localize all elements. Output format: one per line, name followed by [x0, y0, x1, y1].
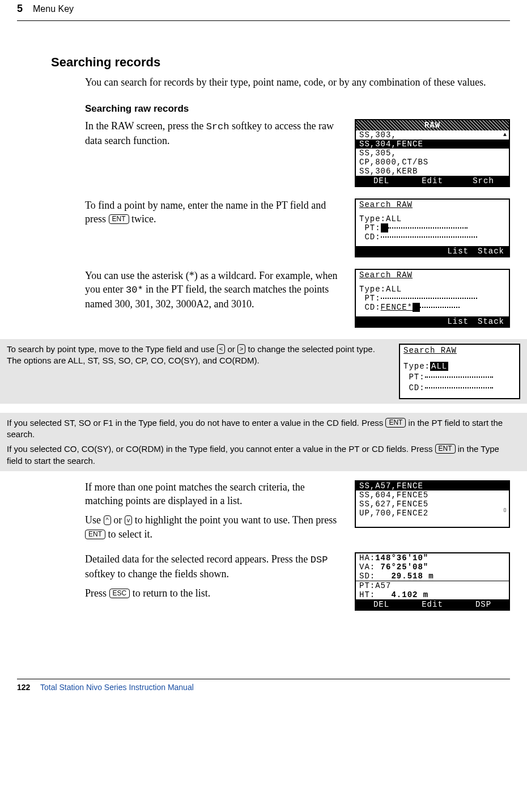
page-number: 122 — [17, 683, 30, 692]
softkey-del[interactable]: DEL — [356, 599, 407, 610]
page-footer: 122 Total Station Nivo Series Instructio… — [17, 679, 510, 692]
section-title: Searching records — [51, 55, 510, 70]
lcd-search-pt: Search RAW Type:ALL PT: CD: List Stack — [355, 198, 510, 257]
chapter-title: Menu Key — [33, 4, 74, 14]
lcd-title: Search RAW — [400, 345, 519, 357]
manual-title: Total Station Nivo Series Instruction Ma… — [40, 683, 194, 692]
list-row: SS,604,FENCE5 — [356, 490, 509, 500]
list-row: SS,305, — [356, 149, 509, 158]
ent-key: ENT — [109, 214, 129, 224]
list-row-selected: SS,304,FENCE — [356, 139, 509, 149]
softkey-edit[interactable]: Edit — [407, 176, 458, 186]
paragraph: In the RAW screen, press the Srch softke… — [85, 119, 343, 147]
softkey-dsp[interactable]: DSP — [458, 599, 509, 610]
type-selected[interactable]: ALL — [430, 362, 448, 371]
ent-key: ENT — [85, 530, 105, 539]
list-row: UP,700,FENCE2 — [356, 509, 509, 518]
lcd-search-type: Search RAW Type:ALL PT: CD: — [399, 344, 520, 399]
softkey-stack[interactable]: Stack — [473, 246, 509, 256]
lcd-search-cd: Search RAW Type:ALL PT: CD:FENCE* List S… — [355, 269, 510, 328]
list-row-selected: SS,A57,FENCE — [356, 481, 509, 490]
paragraph: If more than one point matches the searc… — [85, 480, 343, 541]
lcd-title: RAW — [356, 120, 509, 130]
cd-input[interactable] — [381, 236, 477, 238]
ent-key: ENT — [435, 444, 456, 454]
lcd-title: Search RAW — [356, 200, 509, 210]
cd-value[interactable]: FENCE* — [381, 303, 413, 312]
intro-text: You can search for records by their type… — [85, 75, 510, 90]
lcd-detail-view: HA:148°36'10" VA: 76°25'08" SD: 29.518 m… — [355, 552, 510, 611]
pt-input[interactable] — [388, 227, 468, 229]
lcd-results-list: SS,A57,FENCE SS,604,FENCE5 SS,627,FENCE5… — [355, 480, 510, 528]
paragraph: You can use the asterisk (*) as a wildca… — [85, 269, 343, 311]
ent-key: ENT — [385, 418, 406, 428]
scroll-indicator-icon: ▯ — [503, 506, 507, 513]
list-row: CP,8000,CT/BS — [356, 158, 509, 167]
cursor-icon — [381, 223, 388, 232]
right-key: > — [237, 344, 245, 354]
paragraph: To find a point by name, enter the name … — [85, 198, 343, 226]
list-row: SS,627,FENCE5 — [356, 500, 509, 509]
lcd-title: Search RAW — [356, 270, 509, 280]
softkey-srch[interactable]: Srch — [458, 176, 509, 186]
esc-key: ESC — [109, 589, 130, 598]
softkey-del[interactable]: DEL — [356, 176, 407, 186]
down-key: v — [125, 515, 133, 525]
subsection-title: Searching raw records — [85, 103, 510, 115]
list-row: SS,303, — [356, 130, 509, 139]
pt-input[interactable] — [381, 298, 477, 299]
cd-input[interactable] — [425, 387, 493, 388]
up-key: ^ — [104, 515, 111, 525]
wildcard-example: 30* — [126, 285, 143, 295]
list-row: SS,306,KERB — [356, 167, 509, 176]
softkey-label: Srch — [206, 121, 230, 132]
left-key: < — [217, 344, 225, 354]
pt-input[interactable] — [425, 377, 493, 378]
lcd-raw-list: RAW ▲ SS,303, SS,304,FENCE SS,305, CP,80… — [355, 119, 510, 187]
scroll-up-icon: ▲ — [503, 132, 507, 138]
softkey-stack[interactable]: Stack — [473, 316, 509, 327]
paragraph: Detailed data for the selected record ap… — [85, 552, 343, 600]
chapter-number: 5 — [17, 3, 23, 15]
cursor-icon — [413, 303, 420, 312]
page-header: 5 Menu Key — [17, 0, 510, 21]
softkey-list[interactable]: List — [443, 246, 473, 256]
softkey-label: DSP — [311, 555, 328, 565]
note-field-rules: If you selected ST, SO or F1 in the Type… — [0, 413, 527, 471]
softkey-edit[interactable]: Edit — [407, 599, 458, 610]
softkey-list[interactable]: List — [443, 316, 473, 327]
note-type-field: To search by point type, move to the Typ… — [0, 339, 527, 404]
